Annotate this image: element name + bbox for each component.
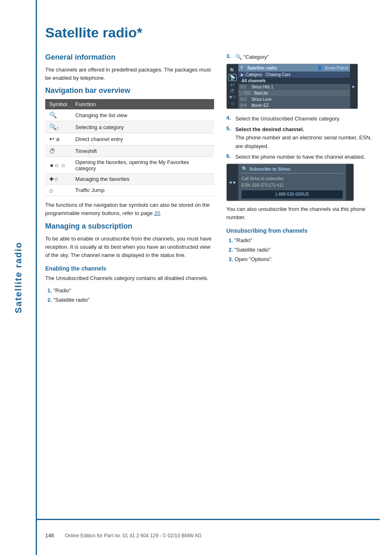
ch-num: 004 [240, 103, 251, 108]
step-number: 3. [226, 53, 233, 59]
step-text: "Satellite radio" [235, 247, 271, 253]
symbol-cell: ↩ａ [45, 133, 71, 146]
step-number: 4. [226, 115, 233, 121]
table-row: ★☆ ☆ Opening the favorites, opening the … [45, 157, 214, 174]
header-right-icon: 👤 [317, 66, 322, 70]
ch-num: 003 [240, 97, 251, 102]
sidebar-divider [36, 0, 37, 555]
two-column-layout: General information The channels are off… [45, 53, 380, 308]
page-wrapper: Satellite radio Satellite radio* General… [0, 0, 392, 555]
nav-icon-2: 📡 [228, 74, 237, 81]
enabling-heading: Enabling the channels [45, 265, 214, 272]
nav-icon-3: ↩ [231, 82, 234, 88]
step-6-item: 6. Select the phone number to have the c… [226, 153, 380, 161]
ch-name: Movin EZ [251, 103, 269, 108]
right-column: 3. 🔍 "Category" 🔍 📡 ↩ ⏱ ★☆ ⌂ [226, 53, 380, 308]
managing-heading: Managing a subscription [45, 222, 214, 231]
navbar-overview-section: Navigation bar overview Symbol Function … [45, 86, 214, 217]
step-6-text: Select the phone number to have the chan… [235, 153, 365, 161]
function-cell: Changing the list view [71, 109, 214, 121]
step-text: "Satellite radio" [53, 297, 90, 303]
enabling-text: The Unsubscribed Channels category conta… [45, 274, 214, 282]
step-4-item: 4. Select the Unsubscribed Channels cate… [226, 115, 380, 123]
unsubscribing-heading: Unsubscribing from channels [226, 227, 380, 234]
ch-name: Sirius Hits 1 [251, 85, 273, 89]
function-cell: Traffic Jump [71, 185, 214, 196]
sub-screen-right-nav [346, 164, 353, 201]
subscribe-phone: 1-888-539-SIRIUS [242, 190, 343, 199]
nav-icon-6: ⌂ [231, 100, 234, 105]
step-text: "Radio" [235, 237, 252, 243]
step-5-body: The phone number and an electronic seria… [235, 134, 372, 149]
step-5-item: 5. Select the desired channel. The phone… [226, 125, 380, 150]
step-text: "Radio" [53, 287, 71, 294]
subscribe-line1: Call Sirius to subscribe. [242, 176, 343, 182]
channel-row-1: 001 Sirius Hits 1 [238, 84, 350, 90]
sub-screen-text: Call Sirius to subscribe. ESN: 020-373-1… [242, 176, 343, 199]
ch-name: StarLite [254, 91, 268, 95]
step-5-title: Select the desired channel. [235, 126, 304, 132]
managing-text: To be able to enable or unsubscribe from… [45, 235, 214, 259]
page-footer: 146 Online Edition for Part no. 01 41 2 … [37, 519, 380, 539]
list-item: Open "Options". [235, 255, 380, 264]
nav-icon-1: 🔍 [230, 68, 235, 73]
list-item: "Radio" [53, 287, 214, 295]
table-row: ↩ａ Direct channel entry [45, 133, 214, 146]
function-cell: Timeshift [71, 146, 214, 157]
after-screen-text: You can also unsubscribe from the channe… [226, 205, 380, 222]
symbol-cell: ✚☆ [45, 174, 71, 185]
all-channels-label: All channels [242, 79, 266, 83]
navbar-table: Symbol Function 🔍 Changing the list view… [45, 99, 214, 196]
channel-list: 001 Sirius Hits 1 ✓ 002 StarLite 003 Sir… [238, 84, 350, 109]
subscribe-line2: ESN: 020-373-171-411 [242, 182, 343, 189]
ch-name: Sirius Love [251, 97, 272, 102]
screen-body: 🔍 Satellite radio 👤 Snow Patrol ▶ Catego… [238, 64, 350, 109]
page-title: Satellite radio* [45, 25, 380, 41]
function-cell: Opening the favorites, opening the My Fa… [71, 157, 214, 174]
table-row: ⌂ Traffic Jump [45, 185, 214, 196]
sidebar: Satellite radio [0, 0, 37, 555]
nav-icon-4: ⏱ [230, 88, 235, 93]
ch-num: 001 [240, 85, 251, 89]
unsubscribing-section: Unsubscribing from channels "Radio" "Sat… [226, 227, 380, 264]
symbol-cell: 🔍ₗ [45, 121, 71, 133]
list-item: "Satellite radio" [235, 246, 380, 254]
symbol-cell: ⌂ [45, 185, 71, 196]
table-row: ⏱ Timeshift [45, 146, 214, 157]
nav-icon: ◄► [228, 180, 237, 185]
function-cell: Direct channel entry [71, 133, 214, 146]
title-icon: 🔍 [242, 166, 248, 172]
navbar-footer-text: The functions of the navigation bar symb… [45, 201, 214, 217]
screen-title: Satellite radio [247, 65, 277, 70]
page-ref-link[interactable]: 20 [154, 210, 160, 216]
sub-screen-body: 🔍 Subscribe to Sirius Call Sirius to sub… [238, 164, 346, 201]
symbol-cell: 🔍 [45, 109, 71, 121]
enabling-steps-list: "Radio" "Satellite radio" [45, 287, 214, 304]
list-item: "Radio" [235, 236, 380, 245]
satellite-radio-screen: 🔍 📡 ↩ ⏱ ★☆ ⌂ 🔍 Satellite radio 👤 [226, 64, 358, 109]
screen-left-nav: 🔍 📡 ↩ ⏱ ★☆ ⌂ [227, 64, 238, 109]
step-number: 5. [226, 125, 233, 132]
channel-row-3: 003 Sirius Love [238, 96, 350, 102]
list-item: "Satellite radio" [53, 296, 214, 304]
step-number: 6. [226, 153, 233, 159]
sidebar-title: Satellite radio [13, 242, 24, 313]
function-cell: Selecting a category [71, 121, 214, 133]
table-row: 🔍ₗ Selecting a category [45, 121, 214, 133]
general-information-heading: General information [45, 53, 214, 62]
chasing-cars: Chasing Cars [265, 72, 291, 77]
symbol-cell: ★☆ ☆ [45, 157, 71, 174]
table-row: ✚☆ Managing the favorites [45, 174, 214, 185]
col-header-function: Function [71, 99, 214, 109]
enabling-section: Enabling the channels The Unsubscribed C… [45, 265, 214, 304]
table-row: 🔍 Changing the list view [45, 109, 214, 121]
channel-row-4: 004 Movin EZ [238, 102, 350, 109]
page-number: 146 [45, 532, 58, 539]
step-3-item: 3. 🔍 "Category" [226, 53, 380, 61]
scroll-icon: ► [352, 84, 356, 89]
category-label: Category [246, 72, 263, 77]
check-icon: ✓ [240, 91, 243, 95]
general-information-section: General information The channels are off… [45, 53, 214, 82]
step-3-text: "Category" [243, 54, 269, 60]
step-5-text: Select the desired channel. The phone nu… [235, 125, 380, 150]
